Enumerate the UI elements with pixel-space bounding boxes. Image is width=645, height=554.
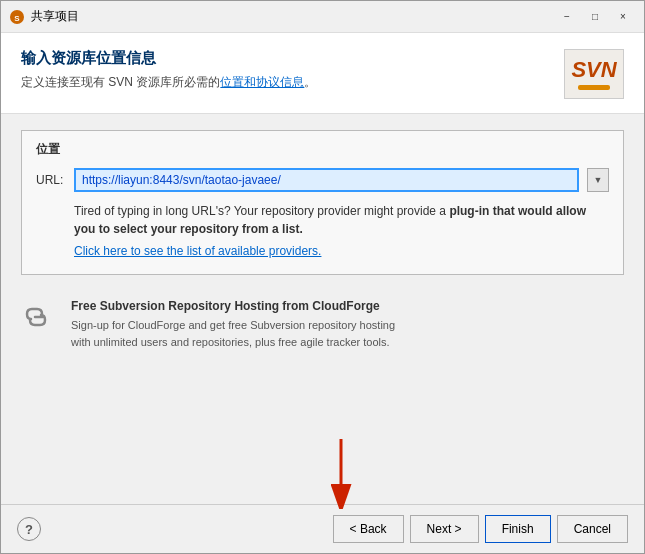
footer: ? < Back Next > Finish Cancel — [1, 504, 644, 553]
url-label: URL: — [36, 173, 66, 187]
cloudforge-section: Free Subversion Repository Hosting from … — [21, 289, 624, 360]
cloudforge-title: Free Subversion Repository Hosting from … — [71, 299, 395, 313]
window-title: 共享项目 — [31, 8, 554, 25]
svn-logo-bar — [578, 85, 610, 90]
minimize-button[interactable]: − — [554, 7, 580, 27]
help-button[interactable]: ? — [17, 517, 41, 541]
footer-wrapper: ? < Back Next > Finish Cancel — [1, 504, 644, 553]
footer-left: ? — [17, 517, 41, 541]
cloudforge-icon — [21, 299, 57, 335]
maximize-button[interactable]: □ — [582, 7, 608, 27]
close-button[interactable]: × — [610, 7, 636, 27]
content-area: 位置 URL: ▼ Tired of typing in long URL's?… — [1, 114, 644, 504]
cancel-button[interactable]: Cancel — [557, 515, 628, 543]
hint-bold: plug-in that would allow you to select y… — [74, 204, 586, 236]
header-subtitle: 定义连接至现有 SVN 资源库所必需的位置和协议信息。 — [21, 74, 552, 91]
location-label: 位置 — [36, 141, 609, 158]
footer-buttons: < Back Next > Finish Cancel — [333, 515, 628, 543]
window-controls: − □ × — [554, 7, 636, 27]
url-dropdown-button[interactable]: ▼ — [587, 168, 609, 192]
location-section: 位置 URL: ▼ Tired of typing in long URL's?… — [21, 130, 624, 275]
hint-text: Tired of typing in long URL's? Your repo… — [74, 202, 609, 238]
header-text: 输入资源库位置信息 定义连接至现有 SVN 资源库所必需的位置和协议信息。 — [21, 49, 552, 91]
svg-text:S: S — [14, 14, 20, 23]
next-button[interactable]: Next > — [410, 515, 479, 543]
finish-button[interactable]: Finish — [485, 515, 551, 543]
svn-logo-text: SVN — [571, 59, 616, 81]
url-row: URL: ▼ — [36, 168, 609, 192]
app-icon: S — [9, 9, 25, 25]
back-button[interactable]: < Back — [333, 515, 404, 543]
header-title: 输入资源库位置信息 — [21, 49, 552, 68]
url-input[interactable] — [74, 168, 579, 192]
header-subtitle-underline: 位置和协议信息 — [220, 75, 304, 89]
main-window: S 共享项目 − □ × 输入资源库位置信息 定义连接至现有 SVN 资源库所必… — [0, 0, 645, 554]
header: 输入资源库位置信息 定义连接至现有 SVN 资源库所必需的位置和协议信息。 SV… — [1, 33, 644, 114]
providers-link[interactable]: Click here to see the list of available … — [74, 244, 609, 258]
titlebar: S 共享项目 − □ × — [1, 1, 644, 33]
cloudforge-desc: Sign-up for CloudForge and get free Subv… — [71, 317, 395, 350]
svn-logo: SVN — [564, 49, 624, 99]
cloudforge-text: Free Subversion Repository Hosting from … — [71, 299, 395, 350]
